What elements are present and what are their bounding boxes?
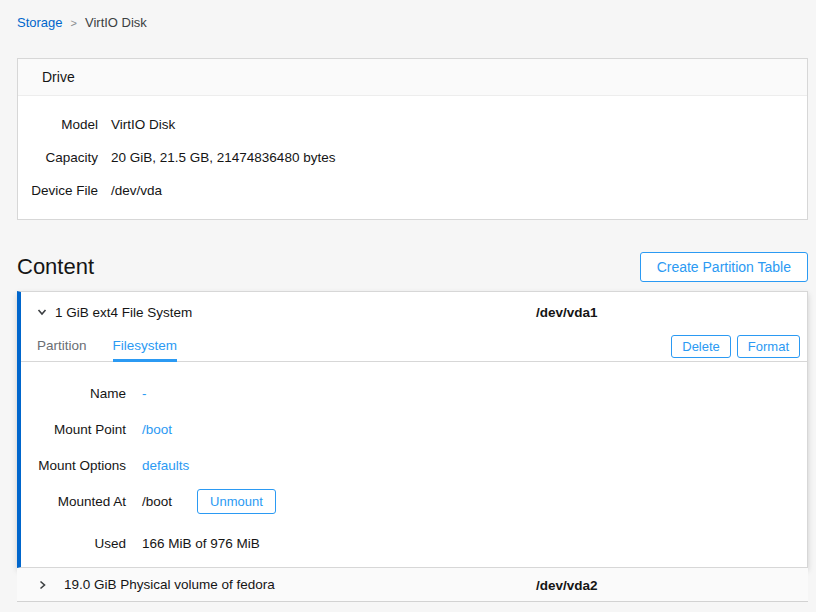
mounted-at-value: /boot [142, 494, 172, 509]
partition-device: /dev/vda2 [536, 577, 598, 592]
breadcrumb-separator-icon: > [71, 17, 77, 29]
content-title: Content [17, 254, 94, 280]
detail-row-mount-point: Mount Point /boot [21, 411, 807, 447]
breadcrumb-current: VirtIO Disk [85, 15, 147, 30]
mount-options-link[interactable]: defaults [142, 458, 189, 473]
breadcrumb-link-storage[interactable]: Storage [17, 15, 63, 30]
unmount-button[interactable]: Unmount [197, 489, 276, 514]
detail-label: Name [21, 386, 126, 401]
chevron-down-icon [36, 306, 48, 318]
partition-title: 19.0 GiB Physical volume of fedora [64, 577, 275, 592]
partition-tabs: Partition Filesystem Delete Format [21, 332, 807, 362]
tab-filesystem[interactable]: Filesystem [113, 332, 178, 362]
content-listing: 1 GiB ext4 File System /dev/vda1 Partiti… [17, 291, 808, 602]
filesystem-name-link[interactable]: - [142, 386, 147, 401]
detail-label: Mount Point [21, 422, 126, 437]
field-label: Capacity [18, 150, 98, 165]
field-value: 20 GiB, 21.5 GB, 21474836480 bytes [111, 150, 807, 165]
drive-card: Drive Model VirtIO Disk Capacity 20 GiB,… [17, 58, 808, 220]
partition-row-vda2[interactable]: 19.0 GiB Physical volume of fedora /dev/… [17, 568, 808, 602]
used-value: 166 MiB of 976 MiB [142, 536, 260, 551]
detail-label: Mount Options [21, 458, 126, 473]
partition-row-vda1: 1 GiB ext4 File System /dev/vda1 Partiti… [17, 291, 808, 568]
detail-row-name: Name - [21, 375, 807, 411]
drive-card-title: Drive [18, 59, 807, 96]
field-label: Device File [18, 183, 98, 198]
drive-field-device-file: Device File /dev/vda [18, 174, 807, 207]
chevron-right-icon [36, 579, 48, 591]
storage-detail-page: Storage > VirtIO Disk Drive Model VirtIO… [0, 0, 816, 602]
tab-partition[interactable]: Partition [37, 332, 87, 362]
field-value: /dev/vda [111, 183, 807, 198]
partition-title: 1 GiB ext4 File System [55, 305, 192, 320]
drive-field-capacity: Capacity 20 GiB, 21.5 GB, 21474836480 by… [18, 141, 807, 174]
create-partition-table-button[interactable]: Create Partition Table [640, 252, 808, 282]
detail-row-mount-options: Mount Options defaults [21, 447, 807, 483]
partition-device: /dev/vda1 [536, 305, 598, 320]
field-label: Model [18, 117, 98, 132]
detail-label: Mounted At [21, 494, 126, 509]
delete-button[interactable]: Delete [671, 335, 731, 358]
field-value: VirtIO Disk [111, 117, 807, 132]
filesystem-details: Name - Mount Point /boot Mount Options d… [21, 362, 807, 567]
breadcrumb: Storage > VirtIO Disk [17, 15, 808, 30]
content-section-header: Content Create Partition Table [17, 252, 808, 282]
drive-card-body: Model VirtIO Disk Capacity 20 GiB, 21.5 … [18, 96, 807, 219]
format-button[interactable]: Format [737, 335, 800, 358]
detail-label: Used [21, 536, 126, 551]
partition-actions: Delete Format [671, 335, 800, 358]
partition-row-vda1-header[interactable]: 1 GiB ext4 File System /dev/vda1 [21, 292, 807, 332]
mount-point-link[interactable]: /boot [142, 422, 172, 437]
drive-field-model: Model VirtIO Disk [18, 108, 807, 141]
detail-row-mounted-at: Mounted At /boot Unmount [21, 483, 807, 519]
detail-row-used: Used 166 MiB of 976 MiB [21, 525, 807, 561]
